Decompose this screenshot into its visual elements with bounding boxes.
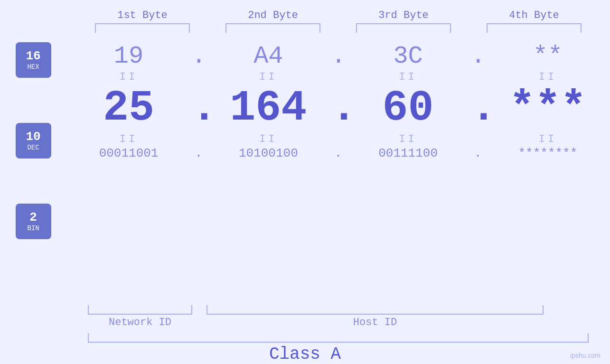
dot-hex-2: . <box>331 42 345 70</box>
eq-2: II <box>216 71 320 83</box>
bin-byte-1: 00011001 <box>76 146 181 160</box>
badge-dec: 10 DEC <box>16 123 51 159</box>
eq-6: II <box>216 133 320 145</box>
bracket-network <box>88 305 192 315</box>
main-container: 1st Byte 2nd Byte 3rd Byte 4th Byte 16 H… <box>0 0 610 364</box>
dot-bin-1: . <box>191 146 206 160</box>
bracket-top-1 <box>95 23 190 33</box>
bracket-top-2 <box>225 23 320 33</box>
dot-dec-1: . <box>191 84 206 132</box>
badge-bin: 2 BIN <box>16 204 51 239</box>
eq-3: II <box>356 71 460 83</box>
badge-bin-num: 2 <box>29 211 37 224</box>
outer-bracket-container <box>88 333 610 343</box>
host-id-label: Host ID <box>206 317 544 328</box>
badge-hex-num: 16 <box>26 49 40 63</box>
dot-hex-1: . <box>191 42 206 70</box>
id-labels-row: Network ID Host ID <box>88 317 610 328</box>
bottom-brackets-row <box>88 305 610 315</box>
eq-1: II <box>76 71 181 83</box>
dec-row: 25 . 164 . 60 . *** <box>66 84 610 132</box>
badges-column: 16 HEX 10 DEC 2 BIN <box>0 37 66 239</box>
byte-label-2: 2nd Byte <box>221 9 325 21</box>
outer-bracket <box>88 333 589 343</box>
eq-8: II <box>496 133 600 145</box>
eq-5: II <box>76 133 181 145</box>
bin-byte-2: 10100100 <box>216 146 320 160</box>
hex-byte-2: A4 <box>216 42 320 70</box>
bracket-host <box>206 305 544 315</box>
byte-label-1: 1st Byte <box>90 9 195 21</box>
hex-row: 19 . A4 . 3C . ** <box>66 42 610 70</box>
byte-label-3: 3rd Byte <box>351 9 456 21</box>
values-grid: 19 . A4 . 3C . ** II II II II 25 <box>66 37 610 160</box>
byte-label-4: 4th Byte <box>482 9 586 21</box>
dec-byte-2: 164 <box>216 84 320 132</box>
equals-row-1: II II II II <box>66 70 610 84</box>
dot-bin-2: . <box>331 146 345 160</box>
equals-row-2: II II II II <box>66 132 610 146</box>
byte-labels-row: 1st Byte 2nd Byte 3rd Byte 4th Byte <box>77 9 600 21</box>
dot-dec-2: . <box>331 84 345 132</box>
bin-byte-4: ******** <box>496 146 600 160</box>
bracket-top-4 <box>487 23 582 33</box>
badge-hex-label: HEX <box>27 63 39 71</box>
main-grid: 16 HEX 10 DEC 2 BIN 19 . A4 . 3C . ** <box>0 37 610 301</box>
dec-byte-4: *** <box>496 84 600 132</box>
badge-hex: 16 HEX <box>16 42 51 78</box>
badge-dec-label: DEC <box>27 144 39 151</box>
top-brackets <box>77 23 600 33</box>
bottom-section: Network ID Host ID Class A <box>0 305 610 364</box>
bin-byte-3: 00111100 <box>356 146 460 160</box>
watermark: ipshu.com <box>570 352 601 359</box>
bin-row: 00011001 . 10100100 . 00111100 . *******… <box>66 146 610 160</box>
eq-4: II <box>496 71 600 83</box>
bracket-top-3 <box>356 23 451 33</box>
badge-bin-label: BIN <box>27 224 39 232</box>
dot-dec-3: . <box>471 84 485 132</box>
hex-byte-4: ** <box>496 42 600 70</box>
dot-bin-3: . <box>471 146 485 160</box>
hex-byte-1: 19 <box>76 42 181 70</box>
dec-byte-1: 25 <box>76 84 181 132</box>
dec-byte-3: 60 <box>356 84 460 132</box>
dot-hex-3: . <box>471 42 485 70</box>
hex-byte-3: 3C <box>356 42 460 70</box>
class-label: Class A <box>0 345 610 364</box>
network-id-label: Network ID <box>88 317 192 328</box>
eq-7: II <box>356 133 460 145</box>
badge-dec-num: 10 <box>26 130 40 144</box>
